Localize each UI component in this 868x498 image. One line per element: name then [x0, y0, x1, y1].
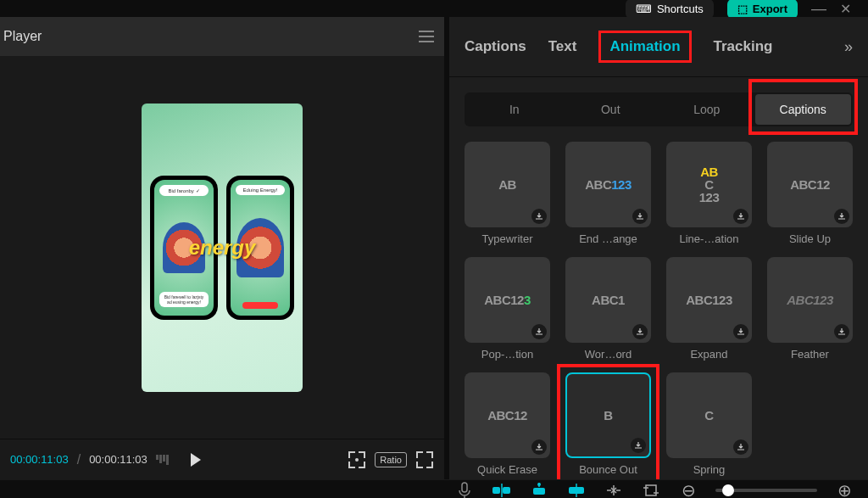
ratio-button[interactable]: Ratio	[375, 452, 407, 467]
play-button[interactable]	[191, 453, 201, 467]
download-icon[interactable]	[531, 324, 547, 339]
animation-label: End …ange	[565, 232, 651, 245]
focus-frame-icon[interactable]	[348, 450, 366, 469]
timecode-current[interactable]: 00:00:11:03	[10, 453, 69, 466]
svg-rect-2	[503, 487, 510, 494]
keyboard-icon: ⌨	[636, 3, 652, 15]
animation-label: Expand	[666, 348, 752, 361]
preview-area[interactable]: Bid faronby ✓ Bid farewell to lazjsty ad…	[0, 56, 444, 439]
fullscreen-icon[interactable]	[415, 450, 434, 469]
subtab-loop[interactable]: Loop	[659, 94, 755, 125]
animation-item[interactable]: BBounce Out	[565, 372, 651, 476]
animation-thumbnail[interactable]: ABC123	[666, 142, 752, 227]
download-icon[interactable]	[834, 209, 849, 224]
animation-item[interactable]: ABC12Quick Erase	[465, 372, 550, 476]
animation-thumbnail[interactable]: ABC123	[565, 142, 651, 227]
animation-thumbnail[interactable]: C	[666, 372, 752, 458]
download-icon[interactable]	[531, 439, 547, 455]
subtab-out[interactable]: Out	[563, 94, 659, 125]
animation-thumbnail[interactable]: ABC12	[465, 372, 550, 458]
svg-rect-1	[492, 487, 500, 494]
properties-panel: Captions Text Animation Tracking » In Ou…	[444, 17, 868, 479]
animation-item[interactable]: CSpring	[666, 372, 752, 476]
player-panel: Player Bid faronby ✓ Bid farewell to laz…	[0, 17, 444, 479]
player-title: Player	[3, 29, 42, 44]
crop-icon[interactable]	[641, 480, 661, 498]
microphone-icon[interactable]	[454, 480, 475, 498]
snap-right-icon[interactable]	[566, 480, 587, 498]
animation-label: Typewriter	[465, 232, 550, 245]
tab-text[interactable]: Text	[548, 38, 577, 55]
animation-thumbnail[interactable]: ABC1	[565, 257, 651, 343]
animation-thumbnail[interactable]: ABC123	[767, 257, 853, 343]
animation-label: Wor…ord	[565, 348, 651, 361]
svg-point-6	[537, 483, 541, 486]
svg-rect-0	[462, 483, 467, 492]
subtab-captions[interactable]: Captions	[755, 94, 852, 125]
minimize-icon[interactable]: —	[811, 0, 826, 18]
zoom-in-icon[interactable]: ⊕	[834, 480, 854, 498]
shortcuts-button[interactable]: ⌨ Shortcuts	[626, 0, 714, 19]
download-icon[interactable]	[733, 439, 748, 455]
download-icon[interactable]	[733, 209, 748, 224]
snap-center-icon[interactable]	[529, 480, 549, 498]
animation-label: Feather	[767, 348, 853, 361]
export-icon: ⬚	[737, 3, 748, 15]
tab-tracking[interactable]: Tracking	[714, 38, 773, 55]
more-tabs-icon[interactable]: »	[844, 38, 853, 56]
zoom-out-icon[interactable]: ⊖	[678, 480, 698, 498]
download-icon[interactable]	[631, 438, 646, 453]
animation-label: Bounce Out	[565, 463, 651, 476]
download-icon[interactable]	[531, 209, 547, 224]
bottom-toolbar: ⊖ ⊕	[0, 479, 868, 498]
audio-levels-icon	[156, 455, 169, 465]
animation-label: Line-…ation	[666, 232, 752, 245]
animation-item[interactable]: ABTypewriter	[465, 142, 550, 245]
animation-thumbnail[interactable]: ABC12	[767, 142, 853, 227]
close-icon[interactable]: ✕	[840, 1, 851, 17]
animation-item[interactable]: ABC1Wor…ord	[565, 257, 651, 361]
snap-left-icon[interactable]	[492, 480, 512, 498]
download-icon[interactable]	[834, 324, 849, 339]
animation-item[interactable]: ABC12Slide Up	[767, 142, 853, 245]
animation-item[interactable]: ABC123Feather	[767, 257, 853, 361]
player-controls: 00:00:11:03 / 00:00:11:03 Ratio	[0, 439, 444, 479]
tab-captions[interactable]: Captions	[465, 38, 526, 55]
subtab-in[interactable]: In	[466, 94, 563, 125]
animation-label: Quick Erase	[465, 463, 550, 476]
download-icon[interactable]	[632, 209, 648, 224]
svg-rect-4	[533, 488, 545, 495]
animation-item[interactable]: ABC123Expand	[666, 257, 752, 361]
animation-label: Slide Up	[767, 232, 853, 245]
animation-label: Spring	[666, 463, 752, 476]
download-icon[interactable]	[733, 324, 748, 339]
caption-overlay: energy	[189, 236, 256, 260]
zoom-slider[interactable]	[715, 489, 817, 492]
download-icon[interactable]	[632, 324, 648, 339]
split-icon[interactable]	[604, 480, 624, 498]
player-menu-icon[interactable]	[419, 31, 434, 42]
tab-animation[interactable]: Animation	[598, 31, 691, 63]
animation-thumbnail[interactable]: ABC123	[666, 257, 752, 343]
animation-item[interactable]: ABC123Line-…ation	[666, 142, 752, 245]
animation-label: Pop-…tion	[465, 348, 550, 361]
animation-thumbnail[interactable]: AB	[465, 142, 550, 227]
svg-rect-9	[646, 485, 656, 495]
animation-item[interactable]: ABC123End …ange	[565, 142, 651, 245]
export-button[interactable]: ⬚ Export	[727, 0, 798, 19]
animation-item[interactable]: ABC123Pop-…tion	[465, 257, 550, 361]
animation-thumbnail[interactable]: ABC123	[465, 257, 550, 343]
animation-thumbnail[interactable]: B	[565, 372, 651, 458]
timecode-total: 00:00:11:03	[89, 453, 147, 466]
